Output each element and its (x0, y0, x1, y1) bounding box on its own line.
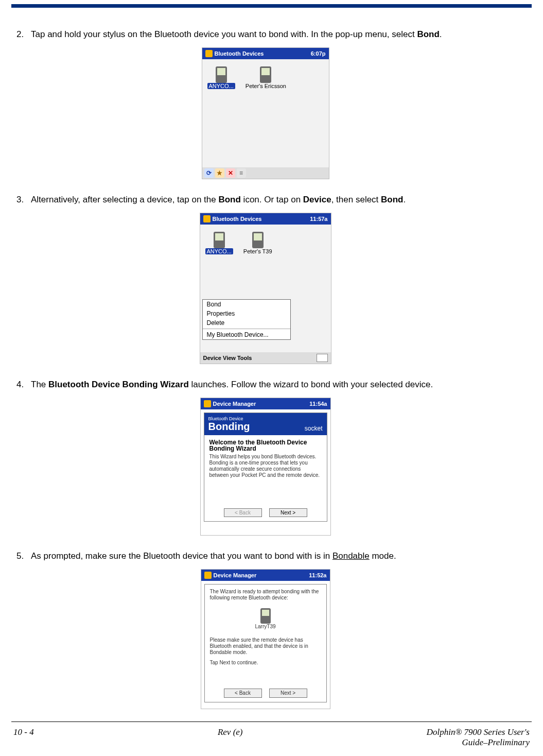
screenshot-device-menu: Bluetooth Devices 11:57a ANYCO... Peter'… (200, 213, 331, 364)
text: , then select (331, 195, 381, 204)
wizard-text: Tap Next to continue. (210, 660, 321, 666)
wizard-panel: The Wizard is ready to attempt bonding w… (204, 584, 327, 702)
screenshot-bluetooth-devices: Bluetooth Devices 6:07p ANYCO... Peter's… (202, 47, 329, 179)
wizard-header: Bluetooth Device Bonding socket (204, 413, 327, 435)
text: launches. Follow the wizard to bond with… (189, 380, 433, 389)
document-body: 2. Tap and hold your stylus on the Bluet… (0, 8, 543, 709)
bond-icon[interactable]: ★ (215, 168, 224, 178)
phone-icon (252, 232, 264, 248)
wizard-text: The Wizard is ready to attempt bonding w… (210, 589, 321, 601)
device-item[interactable]: Peter's T39 (243, 232, 272, 254)
clock: 11:54a (309, 401, 327, 407)
step-4: 4. The Bluetooth Device Bonding Wizard l… (16, 379, 514, 390)
wizard-buttons: < Back Next > (204, 508, 327, 517)
menu-item-bond[interactable]: Bond (203, 300, 290, 309)
text: . (440, 29, 442, 39)
clock: 11:57a (310, 216, 327, 222)
screenshot-bondable-prompt: Device Manager 11:52a The Wizard is read… (201, 569, 330, 709)
phone-icon (260, 608, 271, 624)
bold: Device (303, 195, 331, 204)
header-rule (11, 4, 532, 8)
text: icon. Or tap on (241, 195, 303, 204)
phone-icon (260, 66, 271, 83)
phone-icon (216, 66, 227, 83)
start-icon (204, 400, 211, 407)
step-number: 2. (16, 28, 31, 40)
start-icon (204, 572, 212, 579)
next-button[interactable]: Next > (269, 508, 307, 517)
keyboard-icon[interactable] (317, 354, 328, 362)
text: . (404, 195, 406, 204)
revision: Rev (e) (218, 727, 243, 748)
step-text: Tap and hold your stylus on the Bluetoot… (31, 28, 514, 40)
step-2: 2. Tap and hold your stylus on the Bluet… (16, 28, 514, 40)
title-bar: Bluetooth Devices 11:57a (200, 213, 331, 225)
device-label: LarryT39 (255, 624, 275, 630)
device-list: ANYCO... Peter's T39 (200, 225, 331, 262)
device-list: ANYCO... Peter's Ericsson (202, 59, 329, 96)
device-label: Peter's Ericsson (246, 83, 286, 89)
page-footer: 10 - 4 Rev (e) Dolphin® 7900 Series User… (0, 722, 543, 748)
clock: 11:52a (309, 572, 326, 578)
menu-bar: Device View Tools (200, 352, 331, 364)
device-label: ANYCO... (205, 248, 233, 254)
step-text: As prompted, make sure the Bluetooth dev… (31, 550, 514, 562)
wizard-panel: Bluetooth Device Bonding socket Welcome … (204, 413, 327, 522)
step-number: 3. (16, 194, 31, 205)
text: The (31, 380, 48, 389)
window-title: Device Manager (213, 401, 256, 407)
step-text: The Bluetooth Device Bonding Wizard laun… (31, 379, 514, 390)
next-button[interactable]: Next > (269, 689, 307, 698)
step-5: 5. As prompted, make sure the Bluetooth … (16, 550, 514, 562)
device-item[interactable]: ANYCO... (205, 232, 233, 254)
bold: Bluetooth Device Bonding Wizard (48, 380, 189, 389)
menu-item-my-device[interactable]: My Bluetooth Device... (203, 330, 290, 339)
underline: Bondable (332, 551, 370, 561)
doc-title: Dolphin® 7900 Series User's Guide–Prelim… (427, 727, 530, 748)
text: Guide–Preliminary (427, 737, 530, 748)
start-icon (203, 215, 211, 222)
wizard-text: This Wizard helps you bond Bluetooth dev… (209, 454, 322, 478)
target-device: LarryT39 (210, 608, 321, 630)
menu-icon[interactable]: ≡ (237, 168, 246, 178)
text: Tap and hold your stylus on the Bluetoot… (31, 29, 417, 39)
text: mode. (370, 551, 396, 561)
wizard-text: Please make sure the remote device has B… (210, 637, 321, 656)
title-bar: Device Manager 11:54a (201, 398, 330, 409)
delete-icon[interactable]: ✕ (226, 168, 235, 178)
title-bar: Bluetooth Devices 6:07p (202, 48, 329, 59)
page-number: 10 - 4 (13, 727, 34, 748)
step-number: 5. (16, 550, 31, 562)
text: Alternatively, after selecting a device,… (31, 195, 218, 204)
step-number: 4. (16, 379, 31, 390)
toolbar: ⟳ ★ ✕ ≡ (202, 167, 329, 179)
context-menu: Bond Properties Delete My Bluetooth Devi… (202, 299, 291, 340)
menu-item-delete[interactable]: Delete (203, 318, 290, 328)
header-big: Bonding (208, 421, 250, 432)
window-title: Bluetooth Devices (215, 50, 264, 57)
screenshot-bonding-wizard: Device Manager 11:54a Bluetooth Device B… (200, 398, 331, 536)
wizard-buttons: < Back Next > (205, 689, 326, 698)
text: Dolphin® 7900 Series User's (427, 727, 530, 737)
phone-icon (214, 232, 225, 248)
device-label: ANYCO... (207, 83, 235, 89)
step-3: 3. Alternatively, after selecting a devi… (16, 194, 514, 205)
search-icon[interactable]: ⟳ (204, 168, 214, 178)
back-button[interactable]: < Back (224, 508, 262, 517)
device-item[interactable]: ANYCO... (207, 66, 235, 89)
text: As prompted, make sure the Bluetooth dev… (31, 551, 332, 561)
title-bar: Device Manager 11:52a (201, 570, 330, 581)
clock: 6:07p (311, 50, 326, 57)
menu-item-properties[interactable]: Properties (203, 309, 290, 318)
wizard-heading: Welcome to the Bluetooth Device Bonding … (209, 439, 322, 452)
step-text: Alternatively, after selecting a device,… (31, 194, 514, 205)
device-label: Peter's T39 (243, 248, 272, 254)
device-item[interactable]: Peter's Ericsson (246, 66, 286, 89)
back-button[interactable]: < Back (224, 689, 262, 698)
brand-label: socket (305, 425, 323, 432)
bold: Bond (417, 29, 439, 39)
menu-divider (203, 329, 290, 329)
menu-bar-text[interactable]: Device View Tools (203, 355, 252, 361)
start-icon (205, 50, 213, 57)
wizard-body: Welcome to the Bluetooth Device Bonding … (204, 435, 327, 483)
